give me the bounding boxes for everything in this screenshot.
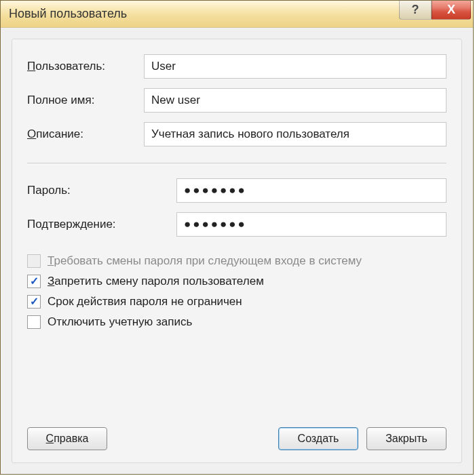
titlebar-buttons: ? X	[399, 1, 473, 27]
close-button[interactable]: Закрыть	[366, 427, 446, 450]
window-title: Новый пользователь	[9, 7, 399, 21]
must-change-row: Требовать смены пароля при следующем вхо…	[27, 254, 446, 268]
help-button[interactable]: Справка	[27, 427, 107, 450]
username-input[interactable]	[144, 54, 446, 79]
description-label: Описание:	[27, 127, 144, 141]
confirm-label: Подтверждение:	[27, 218, 176, 231]
titlebar: Новый пользователь ? X	[1, 1, 473, 28]
cannot-change-checkbox[interactable]	[27, 275, 41, 288]
must-change-label: Требовать смены пароля при следующем вхо…	[48, 254, 362, 268]
username-row: Пользователь:	[27, 54, 446, 79]
content-area: Пользователь: Полное имя: Описание:	[1, 28, 473, 474]
never-expires-row: Срок действия пароля не ограничен	[27, 295, 446, 309]
dialog-window: Новый пользователь ? X Пользователь: Пол…	[0, 0, 474, 475]
never-expires-checkbox[interactable]	[27, 295, 41, 309]
create-button[interactable]: Создать	[278, 427, 358, 450]
button-row: Справка Создать Закрыть	[27, 427, 446, 450]
form-panel: Пользователь: Полное имя: Описание:	[12, 39, 462, 463]
must-change-checkbox	[27, 254, 41, 268]
account-disabled-row: Отключить учетную запись	[27, 315, 446, 329]
close-titlebar-button[interactable]: X	[432, 1, 471, 20]
password-row: Пароль:	[27, 178, 446, 203]
confirm-row: Подтверждение:	[27, 212, 446, 237]
username-label: Пользователь:	[27, 60, 144, 73]
cannot-change-row: Запретить смену пароля пользователем	[27, 275, 446, 288]
divider-1	[27, 163, 446, 163]
fullname-input[interactable]	[144, 88, 446, 113]
never-expires-label: Срок действия пароля не ограничен	[48, 295, 242, 309]
password-input[interactable]	[176, 178, 446, 203]
fullname-row: Полное имя:	[27, 88, 446, 113]
confirm-input[interactable]	[176, 212, 446, 237]
cannot-change-label: Запретить смену пароля пользователем	[48, 275, 264, 288]
password-label: Пароль:	[27, 184, 176, 197]
fullname-label: Полное имя:	[27, 94, 144, 107]
account-disabled-checkbox[interactable]	[27, 315, 41, 329]
account-disabled-label: Отключить учетную запись	[48, 315, 192, 329]
help-titlebar-button[interactable]: ?	[399, 1, 432, 20]
description-row: Описание:	[27, 122, 446, 146]
description-input[interactable]	[144, 122, 446, 146]
